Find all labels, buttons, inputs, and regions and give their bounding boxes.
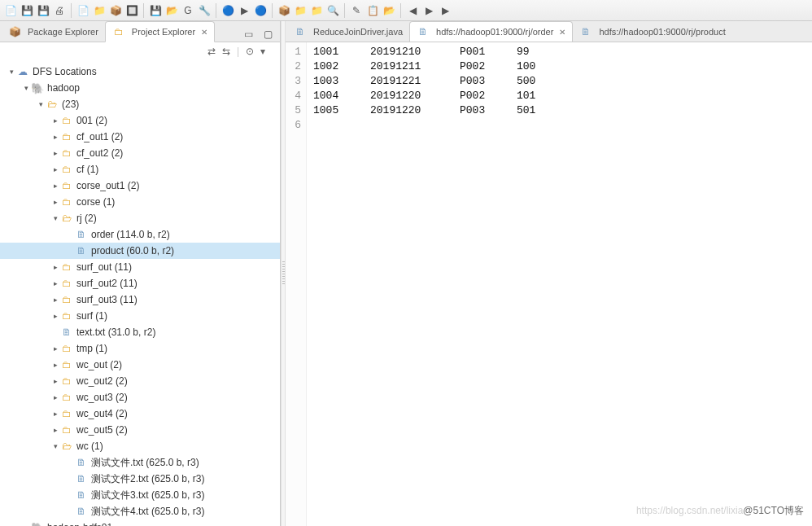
file-icon: 🗎 [75,244,88,257]
twisty-icon[interactable]: ▾ [50,442,60,450]
twisty-icon[interactable]: ▸ [50,165,60,173]
toolbar-button[interactable]: ▶ [438,3,452,18]
tree-row[interactable]: 🗎测试文件4.txt (625.0 b, r3) [0,503,280,519]
tree-row[interactable]: ▸🗀cf_out1 (2) [0,129,280,145]
toolbar-button[interactable]: 🔵 [220,3,235,18]
project-tree[interactable]: ▾☁DFS Locations▾🐘hadoop▾🗁(23)▸🗀001 (2)▸🗀… [0,60,280,526]
toolbar-button[interactable]: 📄 [76,3,90,18]
folder-icon: 🗀 [60,407,73,420]
twisty-icon[interactable]: ▸ [50,312,60,320]
twisty-icon[interactable]: ▾ [50,214,60,222]
location-icon: ☁ [16,65,29,78]
tree-row[interactable]: ▸🗀wc_out5 (2) [0,422,280,438]
twisty-icon[interactable]: ▸ [50,133,60,141]
twisty-icon[interactable]: ▸ [50,344,60,353]
maximize-icon[interactable]: ▢ [260,27,275,42]
twisty-icon[interactable]: ▸ [50,410,60,418]
twisty-icon[interactable]: ▾ [21,84,31,92]
twisty-icon[interactable]: ▸ [50,393,60,401]
twisty-icon[interactable]: ▸ [50,263,60,271]
tree-row[interactable]: ▸🗀wc_out (2) [0,357,280,373]
tree-row[interactable]: ▸🗀001 (2) [0,112,280,129]
toolbar-button[interactable]: ✎ [349,3,364,18]
toolbar-button[interactable]: 📁 [92,3,107,18]
editor-tab[interactable]: 🗎ReduceJoinDriver.java [287,22,409,42]
tree-row[interactable]: ▸🗀wc_out2 (2) [0,373,280,389]
toolbar-button[interactable]: 💾 [20,3,34,18]
twisty-icon[interactable]: ▸ [50,377,60,385]
tree-row[interactable]: ▸🗀wc_out3 (2) [0,389,280,405]
editor-tab[interactable]: 🗎hdfs://hadoop01:9000/rj/product [573,22,731,42]
tab-package-explorer[interactable]: 📦 Package Explorer [2,22,105,42]
toolbar-button[interactable]: 📦 [108,3,123,18]
toolbar-button[interactable]: 💾 [36,3,50,18]
tree-row[interactable]: ▸🗀surf (1) [0,308,280,324]
tree-label: wc_out3 (2) [76,392,128,403]
tree-row[interactable]: 🗎测试文件.txt (625.0 b, r3) [0,454,280,471]
twisty-icon[interactable]: ▸ [50,426,60,434]
tab-project-explorer[interactable]: 🗀 Project Explorer ✕ [105,21,215,42]
twisty-icon[interactable]: ▸ [50,361,60,369]
editor-tab[interactable]: 🗎hdfs://hadoop01:9000/rj/order✕ [409,21,573,42]
toolbar-button[interactable]: 📋 [365,3,380,18]
tree-row[interactable]: ▾🗁wc (1) [0,438,280,454]
toolbar-separator [71,3,72,18]
tree-row[interactable]: ▸🗀surf_out (11) [0,259,280,275]
close-icon[interactable]: ✕ [559,28,565,37]
twisty-icon[interactable]: ▾ [36,100,46,108]
twisty-icon[interactable]: ▸ [50,198,60,206]
toolbar-button[interactable]: 📁 [293,3,308,18]
toolbar-button[interactable]: 📄 [3,3,18,18]
link-editor-icon[interactable]: ⇆ [222,46,230,57]
toolbar-button[interactable]: 📂 [382,3,396,18]
toolbar-button[interactable]: ◀ [405,3,420,18]
toolbar-button[interactable]: G [181,3,195,18]
tree-row[interactable]: ▾☁DFS Locations [0,64,280,80]
tree-row[interactable]: ▾🗁rj (2) [0,210,280,226]
view-menu-icon[interactable]: ▾ [260,46,265,57]
close-icon[interactable]: ✕ [201,28,207,37]
toolbar-button[interactable]: 🔍 [325,3,340,18]
toolbar-button[interactable]: 📁 [309,3,324,18]
tree-row[interactable]: 🗎order (114.0 b, r2) [0,226,280,243]
toolbar-button[interactable]: 📂 [164,3,179,18]
toolbar-button[interactable]: 🔧 [197,3,212,18]
twisty-icon[interactable]: ▾ [7,68,16,76]
toolbar-button[interactable]: 🔲 [124,3,139,18]
tree-row[interactable]: 🗎text.txt (31.0 b, r2) [0,324,280,340]
tree-row[interactable]: ▸🗀cf_out2 (2) [0,145,280,161]
line-number: 2 [286,60,301,75]
tree-row[interactable]: 🗎测试文件2.txt (625.0 b, r3) [0,471,280,487]
tree-row[interactable]: ▸🗀surf_out3 (11) [0,291,280,308]
focus-icon[interactable]: ⊙ [246,46,254,57]
tree-row[interactable]: ▾🐘hadoop [0,80,280,96]
tree-row[interactable]: ▸🗀surf_out2 (11) [0,275,280,291]
toolbar-button[interactable]: 📦 [277,3,291,18]
toolbar-button[interactable]: 🔵 [253,3,268,18]
toolbar-separator [216,3,216,18]
toolbar-button[interactable]: 💾 [148,3,163,18]
tree-row[interactable]: ▸🗀corse_out1 (2) [0,178,280,194]
tree-row[interactable]: ▾🗁(23) [0,96,280,112]
toolbar-button[interactable]: ▶ [237,3,251,18]
tree-row[interactable]: 🗎测试文件3.txt (625.0 b, r3) [0,487,280,503]
tree-row[interactable]: ▸🗀wc_out4 (2) [0,405,280,422]
tree-row[interactable]: ▸🗀corse (1) [0,194,280,210]
tree-row[interactable]: ▸🗀tmp (1) [0,340,280,357]
code-area[interactable]: 100120191210P00199100220191211P002100100… [307,42,812,526]
minimize-icon[interactable]: ▭ [241,27,255,42]
tree-label: surf_out3 (11) [76,294,138,305]
twisty-icon[interactable]: ▸ [50,296,60,304]
twisty-icon[interactable]: ▸ [50,279,60,287]
twisty-icon[interactable]: ▸ [50,149,60,157]
toolbar-button[interactable]: ▶ [421,3,436,18]
twisty-icon[interactable]: ▸ [50,182,60,190]
tree-row[interactable]: 🗎product (60.0 b, r2) [0,243,280,259]
twisty-icon[interactable]: ▸ [50,116,60,125]
elephant-icon: 🐘 [31,521,44,526]
toolbar-button[interactable]: 🖨 [52,3,67,18]
tree-row[interactable]: ▸🗀cf (1) [0,161,280,178]
tree-row[interactable]: ▸🐘hadoop-hdfs01 [0,519,280,526]
collapse-all-icon[interactable]: ⇄ [207,46,216,57]
code-cell: 1001 [313,46,370,60]
